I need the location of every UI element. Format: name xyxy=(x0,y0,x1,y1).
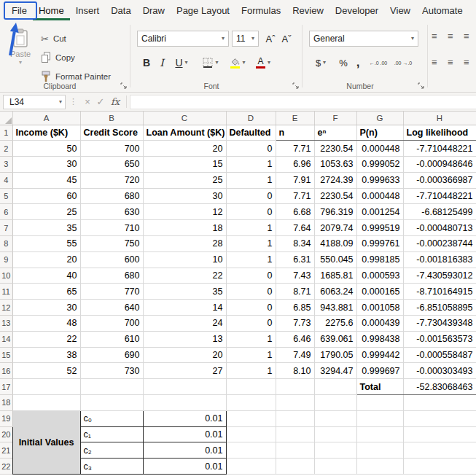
row-header-6[interactable]: 6 xyxy=(0,204,12,220)
cell-D8[interactable]: 1 xyxy=(226,236,276,252)
column-header-F[interactable]: F xyxy=(314,112,356,125)
cell-E6[interactable]: 6.68 xyxy=(276,204,314,220)
cell-H6[interactable]: -6.68125499 xyxy=(403,204,476,220)
formula-input[interactable] xyxy=(130,95,476,109)
cell-F18[interactable] xyxy=(314,395,356,411)
cell-G13[interactable]: 0.000439 xyxy=(356,316,403,332)
tab-data[interactable]: Data xyxy=(105,0,136,20)
row-header-13[interactable]: 13 xyxy=(0,316,12,332)
cell-H3[interactable]: -0.000948646 xyxy=(403,157,476,173)
cell-H21[interactable] xyxy=(403,442,476,459)
cell-H1[interactable]: Log likelihood xyxy=(403,125,476,141)
decrease-decimal-button[interactable]: .00 →.0 xyxy=(392,54,414,71)
cell-A19[interactable]: Initial Values xyxy=(12,410,80,474)
tab-file[interactable]: File xyxy=(6,0,33,20)
cell-E10[interactable]: 7.43 xyxy=(276,268,314,284)
row-header-4[interactable]: 4 xyxy=(0,172,12,188)
cell-H18[interactable] xyxy=(403,395,476,411)
cell-E18[interactable] xyxy=(276,395,314,411)
cell-B10[interactable]: 680 xyxy=(80,268,143,284)
cell-D6[interactable]: 0 xyxy=(226,204,276,220)
cell-H20[interactable] xyxy=(403,426,476,442)
cell-G15[interactable]: 0.999442 xyxy=(356,347,403,363)
tab-draw[interactable]: Draw xyxy=(137,0,171,20)
cell-C1[interactable]: Loan Amount ($K) xyxy=(143,125,226,141)
cell-H10[interactable]: -7.430593012 xyxy=(403,268,476,284)
font-name-combo[interactable]: Calibri ▾ xyxy=(137,31,229,47)
borders-button[interactable]: ▾ xyxy=(200,54,222,71)
cell-C12[interactable]: 14 xyxy=(143,300,226,316)
tab-page-layout[interactable]: Page Layout xyxy=(171,0,235,20)
tab-home[interactable]: Home xyxy=(33,0,70,20)
cell-A4[interactable]: 45 xyxy=(12,172,80,188)
cell-C18[interactable] xyxy=(143,395,226,411)
cell-H11[interactable]: -8.710164915 xyxy=(403,284,476,300)
cell-H22[interactable] xyxy=(403,459,476,475)
cell-A15[interactable]: 38 xyxy=(12,347,80,363)
cell-A12[interactable]: 30 xyxy=(12,300,80,316)
cell-G6[interactable]: 0.001254 xyxy=(356,204,403,220)
cell-B13[interactable]: 700 xyxy=(80,316,143,332)
row-header-15[interactable]: 15 xyxy=(0,347,12,363)
cell-A8[interactable]: 55 xyxy=(12,236,80,252)
cell-G19[interactable] xyxy=(356,410,403,426)
bold-button[interactable]: B xyxy=(140,54,153,71)
cell-F15[interactable]: 1790.05 xyxy=(314,347,356,363)
cell-H2[interactable]: -7.710448221 xyxy=(403,141,476,157)
cell-C21[interactable]: 0.01 xyxy=(143,442,226,459)
cell-D7[interactable]: 1 xyxy=(226,220,276,236)
cell-C15[interactable]: 20 xyxy=(143,347,226,363)
increase-decimal-button[interactable]: ←.0 .00 xyxy=(367,54,389,71)
cell-A11[interactable]: 65 xyxy=(12,284,80,300)
cell-A14[interactable]: 22 xyxy=(12,331,80,347)
cell-G16[interactable]: 0.999697 xyxy=(356,363,403,379)
cell-E17[interactable] xyxy=(276,379,314,395)
cell-G20[interactable] xyxy=(356,426,403,442)
cell-D10[interactable]: 0 xyxy=(226,268,276,284)
cell-E5[interactable]: 7.71 xyxy=(276,188,314,204)
cell-D16[interactable]: 1 xyxy=(226,363,276,379)
cell-F1[interactable]: eⁿ xyxy=(314,125,356,141)
cell-G8[interactable]: 0.999761 xyxy=(356,236,403,252)
cell-E7[interactable]: 7.64 xyxy=(276,220,314,236)
row-header-18[interactable]: 18 xyxy=(0,395,12,411)
tab-insert[interactable]: Insert xyxy=(70,0,106,20)
formula-bar-handle-icon[interactable]: ⋮ xyxy=(66,97,81,106)
cell-G2[interactable]: 0.000448 xyxy=(356,141,403,157)
cell-B19[interactable]: c₀ xyxy=(80,410,143,426)
cell-G11[interactable]: 0.000165 xyxy=(356,284,403,300)
cell-F14[interactable]: 639.061 xyxy=(314,331,356,347)
column-header-G[interactable]: G xyxy=(356,112,403,125)
row-header-10[interactable]: 10 xyxy=(0,268,12,284)
cancel-button[interactable]: × xyxy=(81,96,94,107)
tab-formulas[interactable]: Formulas xyxy=(235,0,286,20)
column-header-B[interactable]: B xyxy=(80,112,143,125)
italic-button[interactable]: I xyxy=(156,54,168,71)
cell-C6[interactable]: 12 xyxy=(143,204,226,220)
cell-G10[interactable]: 0.000593 xyxy=(356,268,403,284)
underline-button[interactable]: U ▾ xyxy=(171,54,192,71)
cell-H14[interactable]: -0.001563573 xyxy=(403,331,476,347)
cell-G4[interactable]: 0.999633 xyxy=(356,172,403,188)
cell-A7[interactable]: 35 xyxy=(12,220,80,236)
align-center-icon[interactable]: ≡ xyxy=(448,57,453,68)
paste-button[interactable]: Paste ▾ xyxy=(6,26,35,86)
cell-B21[interactable]: c₂ xyxy=(80,442,143,459)
currency-format-button[interactable]: $ ▾ xyxy=(311,54,331,71)
cell-G7[interactable]: 0.999519 xyxy=(356,220,403,236)
row-header-2[interactable]: 2 xyxy=(0,141,12,157)
cell-D5[interactable]: 0 xyxy=(226,188,276,204)
row-header-7[interactable]: 7 xyxy=(0,220,12,236)
row-header-1[interactable]: 1 xyxy=(0,125,12,141)
name-box[interactable]: L34 ▾ xyxy=(3,95,66,109)
cell-B2[interactable]: 700 xyxy=(80,141,143,157)
cell-A9[interactable]: 20 xyxy=(12,251,80,268)
cell-D12[interactable]: 0 xyxy=(226,300,276,316)
number-dialog-launcher[interactable] xyxy=(416,81,426,90)
cell-C7[interactable]: 18 xyxy=(143,220,226,236)
column-header-C[interactable]: C xyxy=(143,112,226,125)
row-header-14[interactable]: 14 xyxy=(0,331,12,347)
cell-D1[interactable]: Defaulted xyxy=(226,125,276,141)
row-header-17[interactable]: 17 xyxy=(0,379,12,395)
cell-F5[interactable]: 2230.54 xyxy=(314,188,356,204)
